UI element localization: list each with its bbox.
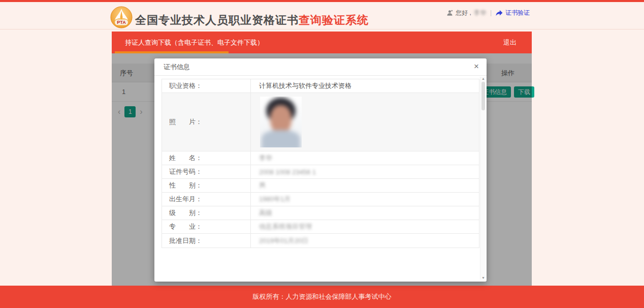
close-icon[interactable]: × bbox=[470, 58, 482, 75]
field-label: 证件号码： bbox=[162, 165, 251, 178]
greeting-text: 您好 , bbox=[456, 9, 471, 17]
pta-logo-text: PTA bbox=[117, 20, 126, 25]
modal-scrollbar[interactable]: ▲ ▼ bbox=[480, 77, 486, 280]
row-level: 级 别： 高级 bbox=[162, 206, 479, 220]
field-label: 姓 名： bbox=[162, 151, 251, 165]
certificate-info-modal: 证书信息 × 职业资格： 计算机技术与软件专业技术资格 照 片： 姓 名： 李 bbox=[154, 58, 487, 282]
row-photo: 照 片： bbox=[162, 93, 479, 151]
main-nav: 持证人查询下载（含电子证书、电子文件下载） 退出 bbox=[112, 32, 532, 53]
field-value-blurred: 高级 bbox=[251, 206, 479, 220]
certificate-detail-table: 职业资格： 计算机技术与软件专业技术资格 照 片： 姓 名： 李华 证件号码： bbox=[162, 79, 479, 248]
site-header: PTA 全国专业技术人员职业资格证书查询验证系统 您好 , 李华 | 证书验证 bbox=[0, 2, 644, 29]
site-footer: 版权所有：人力资源和社会保障部人事考试中心 bbox=[0, 286, 644, 308]
pta-logo-icon: PTA bbox=[110, 6, 133, 28]
field-label: 性 别： bbox=[162, 179, 251, 192]
row-gender: 性 别： 男 bbox=[162, 179, 479, 193]
modal-title: 证书信息 bbox=[164, 58, 190, 76]
user-icon bbox=[446, 10, 453, 16]
row-major: 专 业： 信息系统项目管理 bbox=[162, 220, 479, 234]
logout-button[interactable]: 退出 bbox=[488, 32, 532, 53]
field-value-blurred: 李华 bbox=[251, 151, 479, 165]
field-value-blurred: 2019年01月20日 bbox=[251, 234, 479, 248]
greeting-divider: | bbox=[490, 9, 492, 16]
field-value: 计算机技术与软件专业技术资格 bbox=[251, 79, 479, 93]
scroll-up-icon[interactable]: ▲ bbox=[480, 77, 486, 80]
row-birth-date: 出生年月： 1980年1月 bbox=[162, 193, 479, 206]
page-title-accent: 查询验证系统 bbox=[299, 14, 369, 26]
field-label: 照 片： bbox=[162, 93, 251, 151]
scrollbar-thumb[interactable] bbox=[481, 82, 485, 110]
cert-verify-link[interactable]: 证书验证 bbox=[505, 9, 530, 17]
scroll-down-icon[interactable]: ▼ bbox=[480, 276, 486, 280]
page-title-main: 全国专业技术人员职业资格证书 bbox=[135, 14, 299, 26]
field-label: 出生年月： bbox=[162, 193, 251, 206]
row-approval-date: 批准日期： 2019年01月20日 bbox=[162, 234, 479, 248]
certificate-photo bbox=[260, 97, 302, 147]
row-name: 姓 名： 李华 bbox=[162, 151, 479, 165]
share-arrow-icon bbox=[496, 10, 503, 16]
field-value-blurred: 2008 1008 23456 1 bbox=[251, 165, 479, 178]
field-value-blurred: 男 bbox=[251, 179, 479, 192]
field-label: 职业资格： bbox=[162, 79, 251, 93]
page-title: 全国专业技术人员职业资格证书查询验证系统 bbox=[135, 10, 369, 30]
blurred-portrait bbox=[260, 97, 302, 147]
row-id-number: 证件号码： 2008 1008 23456 1 bbox=[162, 165, 479, 179]
field-label: 批准日期： bbox=[162, 234, 251, 248]
copyright-text: 版权所有：人力资源和社会保障部人事考试中心 bbox=[0, 286, 644, 308]
tab-holder-query-download[interactable]: 持证人查询下载（含电子证书、电子文件下载） bbox=[112, 32, 277, 53]
row-qualification: 职业资格： 计算机技术与软件专业技术资格 bbox=[162, 79, 479, 93]
user-greeting: 您好 , 李华 | 证书验证 bbox=[446, 8, 530, 17]
modal-header: 证书信息 × bbox=[154, 58, 487, 76]
field-label: 级 别： bbox=[162, 206, 251, 220]
pta-logo: PTA bbox=[110, 6, 133, 28]
field-label: 专 业： bbox=[162, 220, 251, 233]
field-value bbox=[251, 93, 479, 151]
field-value-blurred: 信息系统项目管理 bbox=[251, 220, 479, 233]
user-name: 李华 bbox=[474, 9, 486, 17]
field-value-blurred: 1980年1月 bbox=[251, 193, 479, 206]
